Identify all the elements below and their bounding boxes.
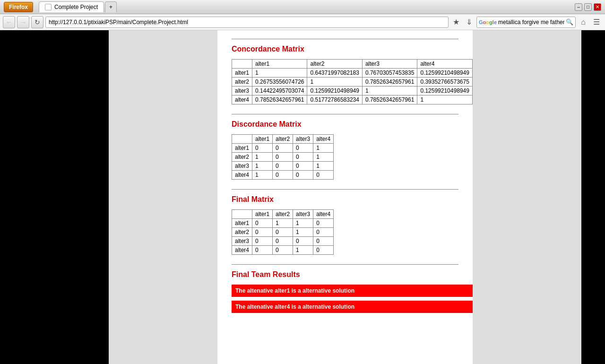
row-label: alter4 — [232, 171, 252, 180]
browser-body: Concordance Matrix alter1 alter2 alter3 … — [0, 30, 605, 364]
menu-icon[interactable]: ☰ — [591, 17, 602, 28]
firefox-button[interactable]: Firefox — [4, 2, 33, 12]
header-cell: alter4 — [313, 135, 334, 144]
row-label: alter2 — [232, 153, 252, 162]
maximize-button[interactable]: □ — [584, 3, 592, 11]
page-content: Concordance Matrix alter1 alter2 alter3 … — [217, 30, 473, 364]
cell: 1 — [293, 219, 313, 228]
search-icon[interactable]: 🔍 — [566, 18, 573, 26]
cell: 0.51772786583234 — [307, 95, 362, 104]
left-sidebar — [0, 30, 109, 364]
cell: 1 — [252, 153, 273, 162]
cell: 0.64371997082183 — [307, 69, 362, 78]
divider-concordance — [232, 39, 458, 39]
tab-bar: Complete Project + — [37, 1, 117, 12]
cell: 0 — [273, 153, 293, 162]
browser-window: Firefox Complete Project + – □ ✕ ← → ↻ ★… — [0, 0, 605, 364]
discordance-section: Discordance Matrix alter1 alter2 alter3 … — [232, 120, 458, 180]
header-cell — [232, 135, 252, 144]
header-cell: alter3 — [362, 60, 417, 69]
cell: 1 — [273, 219, 293, 228]
cell: 1 — [417, 95, 472, 104]
header-cell: alter2 — [273, 210, 293, 219]
search-input[interactable] — [498, 19, 564, 26]
cell: 1 — [252, 69, 307, 78]
reload-button[interactable]: ↻ — [31, 16, 43, 28]
cell: 0 — [252, 144, 273, 153]
cell: 0 — [273, 171, 293, 180]
forward-button[interactable]: → — [17, 16, 29, 28]
table-row: alter4 1 0 0 0 — [232, 171, 334, 180]
concordance-section: Concordance Matrix alter1 alter2 alter3 … — [232, 45, 458, 104]
table-row: alter2 0 0 1 0 — [232, 228, 334, 237]
cell: 0.78526342657961 — [362, 95, 417, 104]
cell: 0 — [313, 246, 334, 255]
results-title: Final Team Results — [232, 270, 458, 279]
cell: 0 — [313, 228, 334, 237]
cell: 0 — [273, 144, 293, 153]
cell: 0 — [293, 162, 313, 171]
cell: 0 — [252, 246, 273, 255]
browser-tab[interactable]: Complete Project — [39, 1, 104, 12]
discordance-table: alter1 alter2 alter3 alter4 alter1 0 0 0 — [232, 134, 334, 180]
cell: 0.12599210498949 — [307, 87, 362, 95]
cell: 0 — [252, 237, 273, 246]
cell: 0.14422495703074 — [252, 87, 307, 95]
cell: 0 — [313, 171, 334, 180]
divider-results — [232, 264, 458, 265]
header-cell — [232, 210, 252, 219]
table-row: alter1 0 0 0 1 — [232, 144, 334, 153]
table-row: alter3 0.14422495703074 0.12599210498949… — [232, 87, 473, 95]
table-row: alter1 alter2 alter3 alter4 — [232, 135, 334, 144]
row-label: alter4 — [232, 246, 252, 255]
google-logo: Google — [479, 19, 497, 25]
table-row: alter1 alter2 alter3 alter4 — [232, 60, 473, 69]
tab-title: Complete Project — [54, 4, 98, 10]
header-cell: alter1 — [252, 60, 307, 69]
header-cell: alter2 — [273, 135, 293, 144]
cell: 1 — [252, 171, 273, 180]
cell: 0.78526342657961 — [252, 95, 307, 104]
table-row: alter1 1 0.64371997082183 0.767030574538… — [232, 69, 473, 78]
cell: 1 — [313, 144, 334, 153]
new-tab-button[interactable]: + — [105, 1, 117, 12]
final-matrix-section: Final Matrix alter1 alter2 alter3 alter4 — [232, 195, 458, 255]
back-button[interactable]: ← — [3, 16, 15, 28]
table-row: alter3 0 0 0 0 — [232, 237, 334, 246]
cell: 1 — [313, 153, 334, 162]
header-cell: alter1 — [252, 135, 273, 144]
download-icon[interactable]: ⇓ — [463, 17, 475, 28]
nav-icons: ★ ⇓ — [450, 17, 475, 28]
header-cell: alter3 — [293, 135, 313, 144]
tab-favicon — [45, 4, 52, 10]
header-cell: alter1 — [252, 210, 273, 219]
cell: 1 — [307, 78, 362, 87]
cell: 1 — [252, 162, 273, 171]
bookmark-icon[interactable]: ★ — [450, 17, 462, 28]
row-label: alter3 — [232, 162, 252, 171]
cell: 0 — [313, 219, 334, 228]
cell: 0 — [273, 228, 293, 237]
cell: 0.26753556074726 — [252, 78, 307, 87]
table-row: alter2 0.26753556074726 1 0.785263426579… — [232, 78, 473, 87]
table-row: alter4 0.78526342657961 0.51772786583234… — [232, 95, 473, 104]
result-bar-2: The altenative alter4 is a alternative s… — [232, 301, 473, 313]
address-bar[interactable] — [45, 17, 449, 28]
cell: 1 — [313, 162, 334, 171]
table-row: alter3 1 0 0 1 — [232, 162, 334, 171]
cell: 0 — [293, 153, 313, 162]
divider-discordance — [232, 114, 458, 114]
cell: 0.76703057453835 — [362, 69, 417, 78]
close-button[interactable]: ✕ — [594, 3, 601, 11]
cell: 0.78526342657961 — [362, 78, 417, 87]
minimize-button[interactable]: – — [575, 3, 582, 11]
cell: 0 — [293, 237, 313, 246]
right-sidebar — [581, 30, 605, 364]
nav-bar: ← → ↻ ★ ⇓ Google 🔍 ⌂ ☰ — [0, 14, 605, 30]
row-label: alter1 — [232, 69, 252, 78]
concordance-title: Concordance Matrix — [232, 45, 458, 53]
header-cell: alter4 — [313, 210, 334, 219]
concordance-table: alter1 alter2 alter3 alter4 alter1 1 0.6… — [232, 59, 473, 104]
row-label: alter3 — [232, 87, 252, 95]
home-icon[interactable]: ⌂ — [578, 17, 589, 28]
